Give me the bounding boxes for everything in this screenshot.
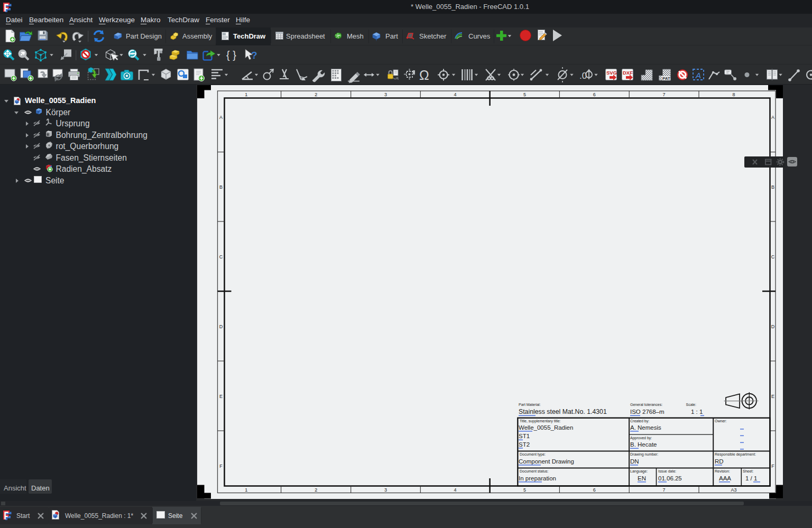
svg-text:Component Drawing: Component Drawing bbox=[519, 458, 574, 465]
svg-text:1 / 1: 1 / 1 bbox=[745, 475, 757, 481]
svg-text:DN: DN bbox=[630, 458, 639, 465]
svg-text:B. Hecate: B. Hecate bbox=[630, 441, 657, 448]
svg-text:5: 5 bbox=[523, 92, 526, 97]
svg-text:Drawing number:: Drawing number: bbox=[630, 452, 658, 457]
svg-text:A: A bbox=[219, 115, 223, 120]
svg-text:4: 4 bbox=[454, 92, 456, 97]
svg-text:F: F bbox=[219, 464, 223, 469]
svg-text:SVG: SVG bbox=[606, 70, 617, 76]
svg-text:Stainless steel Mat.No. 1.4301: Stainless steel Mat.No. 1.4301 bbox=[519, 408, 607, 415]
svg-text:1: 1 bbox=[245, 92, 247, 97]
svg-text:4: 4 bbox=[454, 487, 456, 493]
svg-text:Document status:: Document status: bbox=[520, 469, 549, 473]
svg-text:Document type:: Document type: bbox=[520, 452, 546, 457]
svg-text:{ }: { } bbox=[226, 49, 236, 61]
svg-text:Issue date:: Issue date: bbox=[658, 469, 676, 473]
svg-text:Approved by:: Approved by: bbox=[630, 436, 652, 440]
svg-text:A: A bbox=[771, 115, 774, 120]
svg-text:In preparation: In preparation bbox=[519, 475, 556, 481]
svg-text:Sheet:: Sheet: bbox=[743, 469, 753, 473]
svg-text:C: C bbox=[771, 254, 775, 260]
svg-text:1 : 1: 1 : 1 bbox=[691, 409, 703, 415]
svg-text:Responsible department:: Responsible department: bbox=[715, 452, 756, 457]
svg-text:PAT: PAT bbox=[662, 76, 670, 81]
svg-text:Part Material:: Part Material: bbox=[519, 403, 541, 406]
svg-text:EN: EN bbox=[638, 475, 646, 481]
svg-text:7: 7 bbox=[662, 487, 665, 493]
svg-text:General tolerances:: General tolerances: bbox=[630, 403, 662, 406]
svg-text:E: E bbox=[771, 394, 774, 399]
svg-text:A: A bbox=[695, 71, 701, 80]
svg-text:1: 1 bbox=[245, 487, 247, 493]
svg-text:AAA: AAA bbox=[719, 475, 731, 481]
svg-text:ST1: ST1 bbox=[519, 433, 530, 439]
svg-text:3: 3 bbox=[384, 487, 387, 493]
svg-text:5: 5 bbox=[523, 487, 526, 493]
svg-text:7: 7 bbox=[662, 92, 665, 97]
svg-text:Revision:: Revision: bbox=[715, 469, 730, 473]
svg-text:DXF: DXF bbox=[623, 70, 633, 76]
svg-text:C: C bbox=[219, 254, 223, 260]
svg-text:?: ? bbox=[251, 50, 257, 61]
svg-text:D: D bbox=[771, 324, 775, 329]
svg-text:E: E bbox=[219, 394, 223, 399]
svg-text:A. Nemesis: A. Nemesis bbox=[630, 424, 661, 431]
svg-text:01.06.25: 01.06.25 bbox=[658, 475, 682, 481]
svg-text:2: 2 bbox=[315, 92, 317, 97]
svg-text:Ω: Ω bbox=[419, 68, 429, 82]
svg-text:6: 6 bbox=[593, 487, 596, 493]
svg-text:Scale:: Scale: bbox=[686, 403, 697, 406]
svg-text:Owner:: Owner: bbox=[715, 419, 727, 423]
svg-text:RD: RD bbox=[715, 458, 724, 465]
svg-text:6: 6 bbox=[593, 92, 596, 97]
svg-text:2: 2 bbox=[315, 487, 317, 493]
svg-text:D: D bbox=[219, 324, 223, 329]
svg-text:Created by:: Created by: bbox=[630, 419, 649, 423]
svg-text:ST2: ST2 bbox=[519, 441, 530, 448]
svg-text:Title, supplementary title:: Title, supplementary title: bbox=[520, 419, 561, 423]
svg-text:B: B bbox=[771, 184, 774, 190]
svg-text:3: 3 bbox=[384, 92, 387, 97]
svg-text:Language:: Language: bbox=[630, 469, 648, 474]
svg-text:Welle_0055_Radien: Welle_0055_Radien bbox=[519, 424, 573, 431]
svg-text:ISO 2768–m: ISO 2768–m bbox=[630, 409, 665, 415]
svg-text:B: B bbox=[219, 184, 223, 190]
svg-text:F: F bbox=[771, 464, 774, 469]
svg-text:A3: A3 bbox=[731, 487, 736, 493]
svg-text:8: 8 bbox=[732, 92, 735, 97]
